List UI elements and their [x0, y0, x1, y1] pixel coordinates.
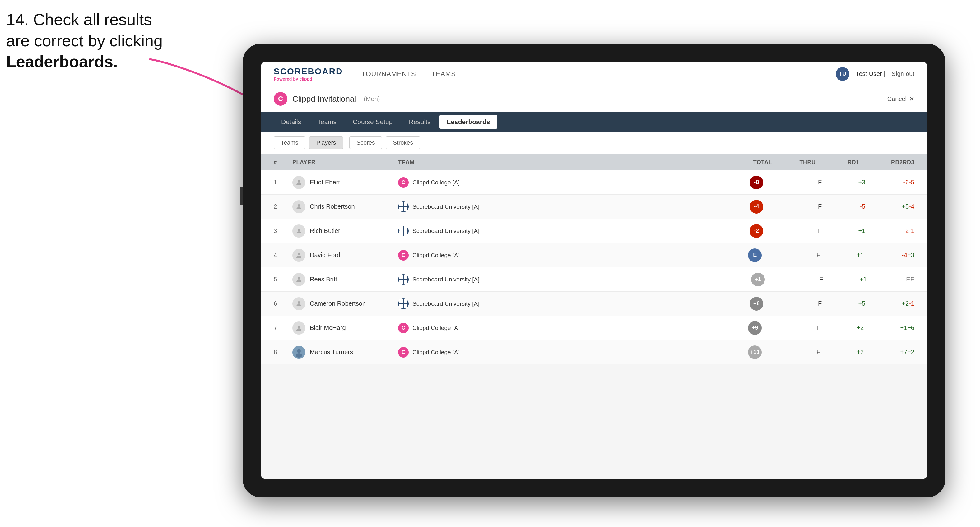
filter-teams[interactable]: Teams [274, 137, 305, 149]
player-name: Cameron Robertson [310, 300, 366, 307]
player-avatar [292, 346, 305, 359]
logo-area: SCOREBOARD Powered by clippd [274, 67, 343, 81]
svg-point-10 [296, 353, 302, 357]
cell-thru: F [778, 203, 822, 210]
team-cell: C Clippd College [A] [398, 250, 510, 260]
filter-scores[interactable]: Scores [349, 137, 382, 149]
col-rd2: RD2 [859, 159, 902, 166]
cell-rd2: E [867, 276, 910, 283]
cell-total: +6 [735, 297, 778, 311]
player-name: Rees Britt [310, 276, 337, 283]
cell-thru: F [776, 324, 820, 332]
cancel-button[interactable]: Cancel ✕ [887, 95, 915, 103]
team-logo-scoreboard [398, 226, 409, 236]
player-avatar [292, 176, 305, 189]
score-badge: +1 [751, 273, 765, 286]
row-rank: 3 [274, 227, 292, 235]
team-cell: C Clippd College [A] [398, 323, 510, 333]
instruction-text: 14. Check all results are correct by cli… [6, 10, 163, 73]
team-name: Scoreboard University [A] [412, 203, 479, 210]
table-row: 8 Marcus Turners C Clippd College [A] [261, 340, 927, 364]
team-cell: C Clippd College [A] [398, 177, 510, 188]
player-name: Elliot Ebert [310, 179, 340, 186]
cell-total: +9 [733, 321, 776, 335]
player-name: Marcus Turners [310, 349, 353, 356]
score-badge: -2 [749, 224, 763, 238]
tournament-header: C Clippd Invitational (Men) Cancel ✕ [261, 86, 927, 112]
col-thru: THRU [772, 159, 816, 166]
team-name: Clippd College [A] [412, 252, 460, 259]
player-cell: Blair McHarg [292, 322, 398, 335]
svg-point-1 [298, 180, 300, 183]
player-cell: Rich Butler [292, 224, 398, 238]
cell-rd2: +7 [864, 349, 907, 356]
player-name: Rich Butler [310, 227, 340, 235]
score-badge: +11 [748, 345, 762, 359]
table-row: 3 Rich Butler Scoreboard University [A] … [261, 219, 927, 243]
table-row: 5 Rees Britt Scoreboard University [A] +… [261, 267, 927, 292]
row-rank: 2 [274, 203, 292, 210]
logo-subtitle: Powered by clippd [274, 76, 343, 81]
cell-rd3: +6 [907, 324, 915, 332]
player-cell: Chris Robertson [292, 200, 398, 213]
table-header: # PLAYER TEAM TOTAL THRU RD1 RD2 RD3 [261, 154, 927, 170]
team-cell: Scoreboard University [A] [398, 202, 510, 212]
cell-rd2: -4 [864, 252, 907, 259]
cell-rd2: -6 [865, 179, 909, 186]
team-logo-scoreboard [398, 298, 409, 309]
score-badge: -8 [749, 176, 763, 189]
cell-rd3: -1 [909, 227, 915, 235]
cell-thru: F [776, 349, 820, 356]
row-rank: 6 [274, 300, 292, 307]
cell-rd2: +1 [864, 324, 907, 332]
player-cell: Rees Britt [292, 273, 398, 286]
team-logo-scoreboard [398, 202, 409, 212]
cell-rd3: E [910, 276, 915, 283]
cell-total: +1 [736, 273, 780, 286]
cell-thru: F [778, 179, 822, 186]
player-avatar [292, 322, 305, 335]
team-logo-scoreboard [398, 274, 409, 285]
nav-teams[interactable]: TEAMS [431, 70, 456, 78]
tab-course-setup[interactable]: Course Setup [345, 115, 400, 129]
row-rank: 4 [274, 252, 292, 259]
nav-tournaments[interactable]: TOURNAMENTS [361, 70, 416, 78]
instruction-line1: 14. Check all results [6, 11, 152, 29]
row-rank: 5 [274, 276, 292, 283]
cell-rd2: +2 [865, 300, 909, 307]
player-avatar [292, 200, 305, 213]
svg-point-2 [298, 204, 300, 207]
cell-total: -4 [735, 200, 778, 214]
tab-navigation: Details Teams Course Setup Results Leade… [261, 112, 927, 132]
cell-rd2: +5 [865, 203, 909, 210]
filter-strokes[interactable]: Strokes [386, 137, 420, 149]
team-name: Clippd College [A] [412, 325, 460, 332]
table-row: 6 Cameron Robertson Scoreboard Universit… [261, 292, 927, 316]
cell-thru: F [778, 227, 822, 235]
cell-total: -2 [735, 224, 778, 238]
player-avatar [292, 249, 305, 262]
sign-out-link[interactable]: Sign out [892, 70, 915, 78]
tab-details[interactable]: Details [274, 115, 309, 129]
tournament-category: (Men) [364, 95, 380, 103]
player-name: Blair McHarg [310, 324, 346, 332]
cell-rd1: +2 [820, 324, 864, 332]
team-name: Clippd College [A] [412, 349, 460, 356]
score-badge: +9 [748, 321, 762, 335]
tab-results[interactable]: Results [401, 115, 438, 129]
col-total: TOTAL [729, 159, 772, 166]
tablet-frame: SCOREBOARD Powered by clippd TOURNAMENTS… [243, 43, 945, 497]
user-avatar: TU [836, 67, 850, 81]
cell-rd3: +3 [907, 252, 915, 259]
tab-teams[interactable]: Teams [310, 115, 344, 129]
table-row: 7 Blair McHarg C Clippd College [A] +9 F… [261, 316, 927, 340]
table-row: 2 Chris Robertson Scoreboard University … [261, 195, 927, 219]
filter-players[interactable]: Players [309, 137, 343, 149]
tab-leaderboards[interactable]: Leaderboards [439, 115, 498, 129]
row-rank: 8 [274, 349, 292, 356]
cell-thru: F [780, 276, 823, 283]
team-name: Scoreboard University [A] [412, 276, 479, 283]
cell-rd2: -2 [865, 227, 909, 235]
score-badge: +6 [749, 297, 763, 311]
col-rank: # [274, 159, 292, 166]
